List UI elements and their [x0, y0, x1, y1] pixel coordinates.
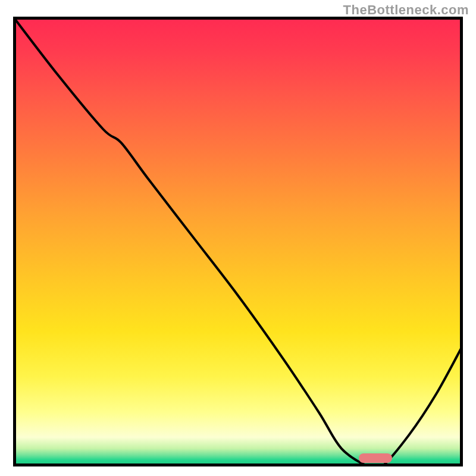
optimum-marker — [359, 453, 392, 463]
plot-area — [13, 17, 463, 466]
heat-gradient — [13, 17, 463, 466]
watermark-text: TheBottleneck.com — [343, 2, 469, 18]
chart-container: TheBottleneck.com — [0, 0, 476, 476]
